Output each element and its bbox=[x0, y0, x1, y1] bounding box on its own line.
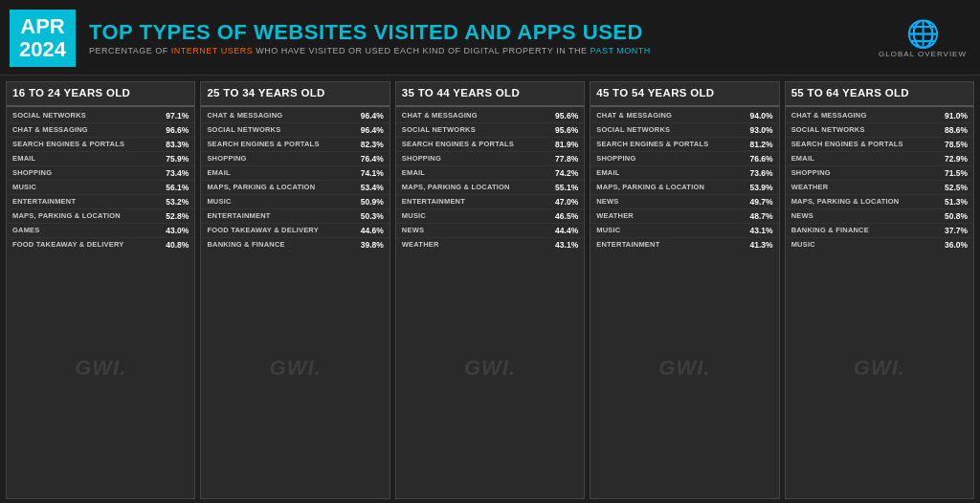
age-header-16-24: 16 TO 24 YEARS OLD bbox=[7, 82, 194, 107]
age-header-text-55-64: 55 TO 64 YEARS OLD bbox=[791, 87, 968, 100]
row-label: CHAT & MESSAGING bbox=[791, 111, 941, 120]
table-row: EMAIL73.6% bbox=[590, 166, 778, 181]
row-label: FOOD TAKEAWAY & DELIVERY bbox=[207, 226, 356, 235]
row-label: MAPS, PARKING & LOCATION bbox=[207, 183, 356, 192]
row-label: NEWS bbox=[402, 226, 551, 235]
table-row: CHAT & MESSAGING91.0% bbox=[786, 109, 973, 123]
table-row: MAPS, PARKING & LOCATION55.1% bbox=[396, 181, 584, 195]
row-value: 44.4% bbox=[555, 226, 578, 235]
row-label: SEARCH ENGINES & PORTALS bbox=[207, 140, 356, 149]
row-value: 95.6% bbox=[555, 125, 578, 135]
table-row: BANKING & FINANCE37.7% bbox=[786, 224, 973, 238]
data-rows-25-34: GWI.CHAT & MESSAGING96.4%SOCIAL NETWORKS… bbox=[201, 107, 389, 498]
globe-icon: 🌐 bbox=[906, 18, 940, 50]
row-value: 55.1% bbox=[555, 183, 578, 192]
row-label: SHOPPING bbox=[596, 154, 746, 164]
row-value: 40.8% bbox=[166, 240, 189, 250]
watermark: GWI. bbox=[854, 356, 905, 381]
table-row: MAPS, PARKING & LOCATION53.4% bbox=[201, 181, 389, 195]
age-header-text-45-54: 45 TO 54 YEARS OLD bbox=[596, 87, 772, 100]
table-row: FOOD TAKEAWAY & DELIVERY44.6% bbox=[201, 224, 389, 238]
table-row: SHOPPING77.8% bbox=[396, 152, 584, 166]
row-label: EMAIL bbox=[12, 154, 162, 164]
table-row: EMAIL75.9% bbox=[7, 152, 194, 166]
row-label: SOCIAL NETWORKS bbox=[207, 125, 356, 135]
row-label: CHAT & MESSAGING bbox=[12, 125, 162, 135]
table-row: SHOPPING76.6% bbox=[590, 152, 778, 166]
row-label: EMAIL bbox=[596, 168, 746, 178]
table-row: CHAT & MESSAGING96.6% bbox=[7, 123, 194, 138]
data-rows-45-54: GWI.CHAT & MESSAGING94.0%SOCIAL NETWORKS… bbox=[590, 107, 778, 498]
header-title: TOP TYPES OF WEBSITES VISITED AND APPS U… bbox=[89, 21, 869, 44]
table-row: NEWS49.7% bbox=[590, 195, 778, 209]
row-value: 81.9% bbox=[555, 140, 578, 149]
table-row: SOCIAL NETWORKS93.0% bbox=[590, 123, 778, 138]
age-header-35-44: 35 TO 44 YEARS OLD bbox=[396, 82, 584, 107]
row-label: ENTERTAINMENT bbox=[207, 211, 356, 221]
row-label: EMAIL bbox=[402, 168, 551, 178]
row-value: 44.6% bbox=[361, 226, 384, 235]
table-row: CHAT & MESSAGING95.6% bbox=[396, 109, 584, 123]
table-row: WEATHER43.1% bbox=[396, 238, 584, 252]
row-label: ENTERTAINMENT bbox=[402, 197, 551, 207]
row-value: 46.5% bbox=[555, 211, 578, 221]
main-container: APR2024 TOP TYPES OF WEBSITES VISITED AN… bbox=[0, 0, 980, 503]
row-label: SEARCH ENGINES & PORTALS bbox=[596, 140, 746, 149]
watermark: GWI. bbox=[270, 356, 322, 381]
data-rows-16-24: GWI.SOCIAL NETWORKS97.1%CHAT & MESSAGING… bbox=[7, 107, 194, 498]
age-column-25-34: 25 TO 34 YEARS OLDGWI.CHAT & MESSAGING96… bbox=[200, 81, 390, 499]
data-rows-55-64: GWI.CHAT & MESSAGING91.0%SOCIAL NETWORKS… bbox=[786, 107, 973, 498]
row-label: MUSIC bbox=[402, 211, 551, 221]
table-row: SEARCH ENGINES & PORTALS81.2% bbox=[590, 138, 778, 152]
subtitle-highlight2: PAST MONTH bbox=[590, 46, 651, 55]
row-label: EMAIL bbox=[791, 154, 941, 164]
table-row: SHOPPING76.4% bbox=[201, 152, 389, 166]
row-value: 71.5% bbox=[945, 168, 968, 178]
row-value: 43.1% bbox=[750, 226, 773, 235]
table-row: SOCIAL NETWORKS95.6% bbox=[396, 123, 584, 138]
row-value: 94.0% bbox=[750, 111, 773, 120]
row-value: 51.3% bbox=[945, 197, 968, 207]
row-value: 41.3% bbox=[750, 240, 773, 250]
row-value: 47.0% bbox=[555, 197, 578, 207]
row-label: SOCIAL NETWORKS bbox=[12, 111, 162, 120]
row-label: SHOPPING bbox=[402, 154, 551, 164]
age-header-55-64: 55 TO 64 YEARS OLD bbox=[786, 82, 973, 107]
table-row: EMAIL72.9% bbox=[786, 152, 973, 166]
row-label: SOCIAL NETWORKS bbox=[791, 125, 941, 135]
table-row: FOOD TAKEAWAY & DELIVERY40.8% bbox=[7, 238, 194, 252]
row-label: SEARCH ENGINES & PORTALS bbox=[402, 140, 551, 149]
table-row: MUSIC56.1% bbox=[7, 181, 194, 195]
row-value: 74.1% bbox=[361, 168, 384, 178]
row-label: SHOPPING bbox=[12, 168, 162, 178]
table-row: MUSIC36.0% bbox=[786, 238, 973, 252]
row-value: 43.1% bbox=[555, 240, 578, 250]
row-value: 73.6% bbox=[750, 168, 773, 178]
row-label: GAMES bbox=[12, 226, 162, 235]
table-row: EMAIL74.2% bbox=[396, 166, 584, 181]
row-label: SHOPPING bbox=[791, 168, 941, 178]
table-row: NEWS44.4% bbox=[396, 224, 584, 238]
table-row: SOCIAL NETWORKS96.4% bbox=[201, 123, 389, 138]
row-label: NEWS bbox=[596, 197, 746, 207]
table-row: EMAIL74.1% bbox=[201, 166, 389, 181]
age-header-25-34: 25 TO 34 YEARS OLD bbox=[201, 82, 389, 107]
table-row: NEWS50.8% bbox=[786, 209, 973, 224]
row-value: 76.4% bbox=[361, 154, 384, 164]
row-label: EMAIL bbox=[207, 168, 356, 178]
row-label: MUSIC bbox=[12, 183, 162, 192]
age-column-55-64: 55 TO 64 YEARS OLDGWI.CHAT & MESSAGING91… bbox=[785, 81, 974, 499]
table-row: CHAT & MESSAGING94.0% bbox=[590, 109, 778, 123]
row-label: WEATHER bbox=[596, 211, 746, 221]
table-row: MAPS, PARKING & LOCATION51.3% bbox=[786, 195, 973, 209]
age-groups-container: 16 TO 24 YEARS OLDGWI.SOCIAL NETWORKS97.… bbox=[0, 76, 980, 503]
table-row: WEATHER48.7% bbox=[590, 209, 778, 224]
row-value: 95.6% bbox=[555, 111, 578, 120]
row-value: 75.9% bbox=[166, 154, 189, 164]
age-header-45-54: 45 TO 54 YEARS OLD bbox=[590, 82, 778, 107]
row-value: 50.8% bbox=[945, 211, 968, 221]
row-value: 81.2% bbox=[750, 140, 773, 149]
age-column-16-24: 16 TO 24 YEARS OLDGWI.SOCIAL NETWORKS97.… bbox=[6, 81, 195, 499]
row-value: 49.7% bbox=[750, 197, 773, 207]
table-row: MAPS, PARKING & LOCATION52.8% bbox=[7, 209, 194, 224]
